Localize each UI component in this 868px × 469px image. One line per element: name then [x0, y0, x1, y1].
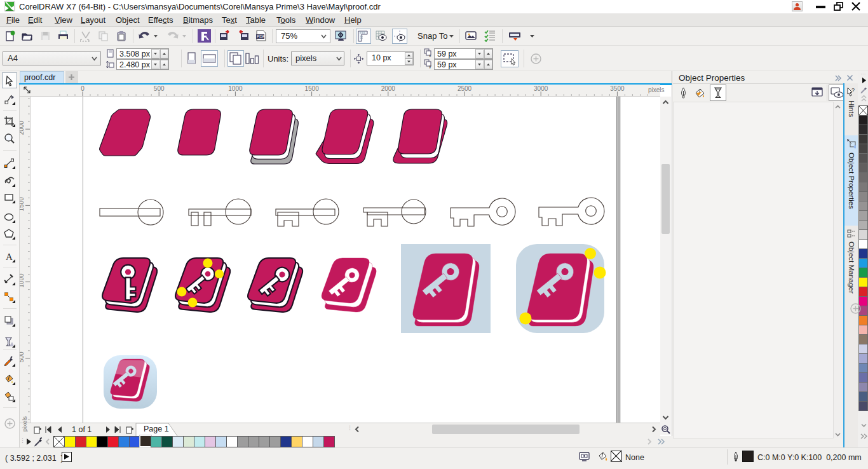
- svg-text:1000: 1000: [20, 273, 25, 288]
- svg-text:1500: 1500: [304, 85, 319, 92]
- svg-text:1500: 1500: [20, 197, 25, 212]
- svg-text:2000: 2000: [20, 121, 25, 135]
- svg-text:500: 500: [20, 351, 25, 362]
- svg-text:y: y: [429, 64, 431, 69]
- svg-text:3000: 3000: [534, 85, 548, 92]
- svg-text:3500: 3500: [610, 85, 625, 92]
- svg-text:PDF: PDF: [257, 34, 265, 39]
- svg-text:x: x: [429, 53, 431, 58]
- svg-text:1000: 1000: [228, 85, 243, 92]
- svg-text:0: 0: [81, 85, 85, 92]
- svg-text:?: ?: [851, 87, 855, 93]
- svg-text:2000: 2000: [381, 85, 396, 92]
- svg-text:500: 500: [154, 85, 165, 92]
- svg-text:2500: 2500: [458, 85, 472, 92]
